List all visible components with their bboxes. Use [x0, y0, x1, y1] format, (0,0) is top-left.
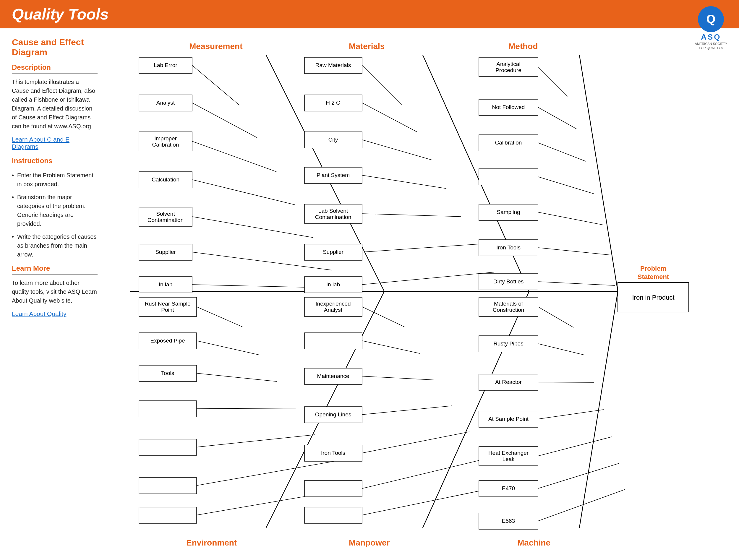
asq-logo: Q ASQ AMERICAN SOCIETYFOR QUALITY®: [695, 6, 727, 50]
label-at-sample-point: At Sample Point: [488, 416, 529, 422]
svg-line-27: [538, 143, 586, 161]
learn-more-text: To learn more about other quality tools,…: [12, 278, 98, 305]
svg-line-47: [538, 344, 584, 355]
svg-line-34: [196, 373, 277, 381]
svg-line-14: [192, 180, 295, 205]
label-raw-materials: Raw Materials: [315, 62, 351, 68]
label-calculation: Calculation: [152, 176, 179, 183]
label-tools: Tools: [161, 370, 174, 376]
label-e583: E583: [502, 518, 515, 524]
box-empty-man-1: [304, 333, 362, 349]
label-materials-construction-line2: Construction: [493, 307, 525, 313]
svg-line-49: [538, 410, 604, 419]
svg-line-41: [362, 376, 436, 380]
svg-line-11: [192, 65, 240, 105]
box-empty-method-1: [479, 169, 538, 185]
box-empty-env-1: [139, 401, 196, 417]
label-plant-system: Plant System: [317, 172, 350, 178]
label-improper-cal-line2: Calibration: [152, 142, 179, 148]
problem-label-line2: Statement: [638, 273, 669, 281]
label-inlab-meas: In lab: [159, 281, 172, 288]
instruction-1: Enter the Problem Statement in box provi…: [12, 171, 98, 189]
label-city: City: [328, 137, 338, 143]
header-bar: Quality Tools: [0, 0, 739, 28]
svg-line-43: [362, 432, 469, 453]
header-title: Quality Tools: [12, 5, 109, 23]
box-empty-man-3: [304, 507, 362, 523]
sidebar: Cause and Effect Diagram Description Thi…: [12, 37, 107, 556]
label-calibration-method: Calibration: [495, 140, 522, 146]
label-exposed-pipe: Exposed Pipe: [150, 338, 185, 344]
problem-label-line1: Problem: [640, 265, 666, 272]
svg-line-44: [362, 458, 488, 489]
label-heat-exchanger-line2: Leak: [502, 456, 514, 462]
svg-line-35: [196, 408, 296, 409]
learn-more-title: Learn More: [12, 264, 98, 272]
svg-line-5: [423, 55, 485, 173]
ce-diagrams-link[interactable]: Learn About C and E Diagrams: [12, 136, 98, 150]
label-iron-tools-manpower: Iron Tools: [321, 450, 345, 456]
main-layout: Cause and Effect Diagram Description Thi…: [0, 28, 739, 560]
label-inexp-analyst-line1: Inexperienced: [315, 301, 350, 307]
instruction-2: Brainstorm the major categories of the p…: [12, 193, 98, 228]
svg-line-50: [538, 437, 612, 456]
svg-line-46: [538, 307, 574, 328]
svg-line-48: [538, 382, 594, 382]
label-lab-solvent-cont-line2: Contamination: [315, 214, 351, 220]
label-supplier-mat: Supplier: [323, 249, 343, 255]
svg-line-51: [538, 463, 619, 489]
svg-line-42: [362, 406, 452, 415]
svg-line-15: [192, 217, 313, 238]
svg-line-18: [362, 65, 402, 105]
label-materials-construction-line1: Materials of: [494, 301, 523, 307]
svg-line-22: [362, 214, 461, 217]
label-at-reactor: At Reactor: [495, 379, 522, 385]
svg-line-25: [538, 67, 568, 96]
label-not-followed: Not Followed: [492, 104, 525, 110]
description-text: This template illustrates a Cause and Ef…: [12, 77, 98, 131]
svg-line-36: [196, 435, 315, 447]
description-title: Description: [12, 63, 98, 71]
label-improper-cal-line1: Improper: [154, 135, 177, 142]
svg-line-32: [196, 307, 243, 327]
problem-value: Iron in Product: [632, 294, 674, 301]
label-supplier-meas: Supplier: [155, 249, 176, 255]
label-rust-near-sample-line2: Point: [161, 307, 174, 313]
col-header-measurement: Measurement: [189, 42, 243, 51]
asq-name: ASQ: [701, 32, 721, 42]
label-analyst-meas: Analyst: [156, 100, 175, 106]
label-sampling: Sampling: [496, 209, 520, 215]
label-rusty-pipes: Rusty Pipes: [493, 340, 523, 347]
instruction-3: Write the categories of causes as branch…: [12, 232, 98, 259]
col-header-environment: Environment: [186, 538, 237, 547]
svg-line-40: [362, 341, 420, 353]
label-opening-lines: Opening Lines: [315, 411, 351, 417]
instructions-list: Enter the Problem Statement in box provi…: [12, 171, 98, 259]
label-analytical-proc-line1: Analytical: [496, 61, 520, 67]
svg-line-31: [538, 282, 615, 286]
quality-link[interactable]: Learn About Quality: [12, 310, 98, 317]
fishbone-diagram: Measurement Materials Method Environment…: [107, 37, 727, 554]
svg-line-26: [538, 107, 576, 129]
svg-line-28: [538, 177, 594, 194]
box-empty-env-4: [139, 507, 196, 523]
label-heat-exchanger-line1: Heat Exchanger: [488, 450, 529, 456]
svg-line-10: [579, 292, 618, 528]
label-lab-error: Lab Error: [154, 62, 177, 68]
col-header-machine: Machine: [517, 538, 550, 547]
label-dirty-bottles: Dirty Bottles: [493, 278, 524, 285]
svg-line-21: [362, 175, 446, 189]
label-analytical-proc-line2: Procedure: [495, 67, 522, 73]
label-inexp-analyst-line2: Analyst: [324, 307, 342, 313]
svg-text:Q: Q: [707, 12, 716, 25]
diagram-area: Measurement Materials Method Environment…: [107, 37, 727, 556]
page-subtitle: Cause and Effect Diagram: [12, 37, 98, 57]
label-maintenance: Maintenance: [317, 373, 349, 379]
svg-line-13: [192, 141, 276, 172]
svg-line-24: [362, 272, 494, 285]
svg-line-33: [196, 341, 259, 355]
label-h2o: H 2 O: [326, 100, 340, 106]
col-header-manpower: Manpower: [349, 538, 390, 547]
label-rust-near-sample-line1: Rust Near Sample: [145, 301, 190, 307]
label-lab-solvent-cont-line1: Lab Solvent: [318, 208, 348, 214]
